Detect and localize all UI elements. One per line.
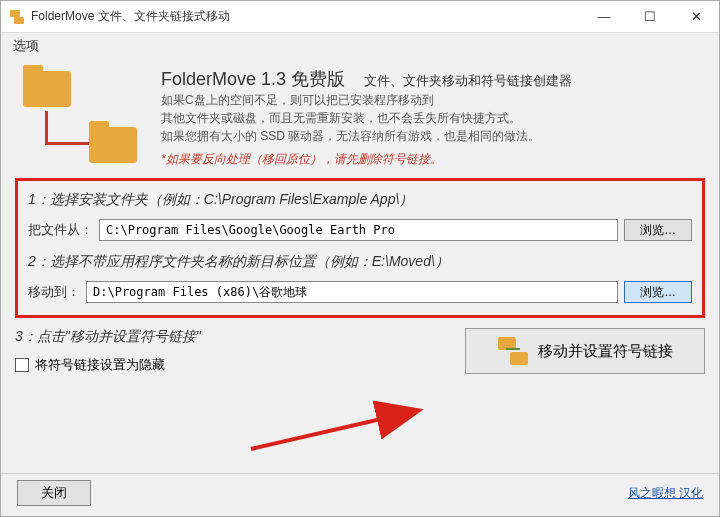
browse-source-button[interactable]: 浏览… [624,219,692,241]
credit-link[interactable]: 风之暇想 汉化 [628,485,703,502]
app-title: FolderMove 1.3 免费版 [161,69,345,89]
menubar: 选项 [1,33,719,59]
browse-dest-button[interactable]: 浏览… [624,281,692,303]
maximize-button[interactable]: ☐ [627,1,673,33]
close-window-button[interactable]: ✕ [673,1,719,33]
step1-label: 1：选择安装文件夹（例如：C:\Program Files\Example Ap… [28,191,692,209]
annotation-arrow-icon [241,399,441,459]
hidden-checkbox-label: 将符号链接设置为隐藏 [35,356,165,374]
window-controls: — ☐ ✕ [581,1,719,33]
menu-options[interactable]: 选项 [13,38,39,53]
close-button[interactable]: 关闭 [17,480,91,506]
desc-line-2: 其他文件夹或磁盘，而且无需重新安装，也不会丢失所有快捷方式。 [161,109,705,127]
desc-line-3: 如果您拥有太小的 SSD 驱动器，无法容纳所有游戏，也是相同的做法。 [161,127,705,145]
dest-path-input[interactable] [86,281,618,303]
step3-label: 3：点击"移动并设置符号链接" [15,328,445,346]
source-label: 把文件从： [28,221,93,239]
window-title: FolderMove 文件、文件夹链接式移动 [31,8,230,25]
move-button-label: 移动并设置符号链接 [538,342,673,361]
content-area: FolderMove 1.3 免费版 文件、文件夹移动和符号链接创建器 如果C盘… [1,59,719,473]
desc-line-1: 如果C盘上的空间不足，则可以把已安装程序移动到 [161,91,705,109]
dest-label: 移动到： [28,283,80,301]
app-icon [9,9,25,25]
move-folder-icon [498,337,528,365]
header-text: FolderMove 1.3 免费版 文件、文件夹移动和符号链接创建器 如果C盘… [161,67,705,168]
svg-line-1 [251,411,416,449]
move-and-link-button[interactable]: 移动并设置符号链接 [465,328,705,374]
step3-left: 3：点击"移动并设置符号链接" 将符号链接设置为隐藏 [15,328,445,374]
warning-text: *如果要反向处理（移回原位），请先删除符号链接。 [161,151,705,168]
hidden-symlink-checkbox[interactable] [15,358,29,372]
step1-field-row: 把文件从： 浏览… [28,219,692,241]
app-subtitle: 文件、文件夹移动和符号链接创建器 [364,73,572,88]
source-path-input[interactable] [99,219,618,241]
bottom-bar: 关闭 风之暇想 汉化 [1,473,719,516]
folder-link-graphic-icon [15,67,145,167]
minimize-button[interactable]: — [581,1,627,33]
step2-field-row: 移动到： 浏览… [28,281,692,303]
hidden-checkbox-row: 将符号链接设置为隐藏 [15,356,445,374]
titlebar: FolderMove 文件、文件夹链接式移动 — ☐ ✕ [1,1,719,33]
step2-label: 2：选择不带应用程序文件夹名称的新目标位置（例如：E:\Moved\） [28,253,692,271]
header-section: FolderMove 1.3 免费版 文件、文件夹移动和符号链接创建器 如果C盘… [15,67,705,176]
step3-row: 3：点击"移动并设置符号链接" 将符号链接设置为隐藏 移动并设置符号链接 [15,328,705,374]
highlighted-steps-box: 1：选择安装文件夹（例如：C:\Program Files\Example Ap… [15,178,705,318]
app-window: FolderMove 文件、文件夹链接式移动 — ☐ ✕ 选项 FolderMo… [0,0,720,517]
